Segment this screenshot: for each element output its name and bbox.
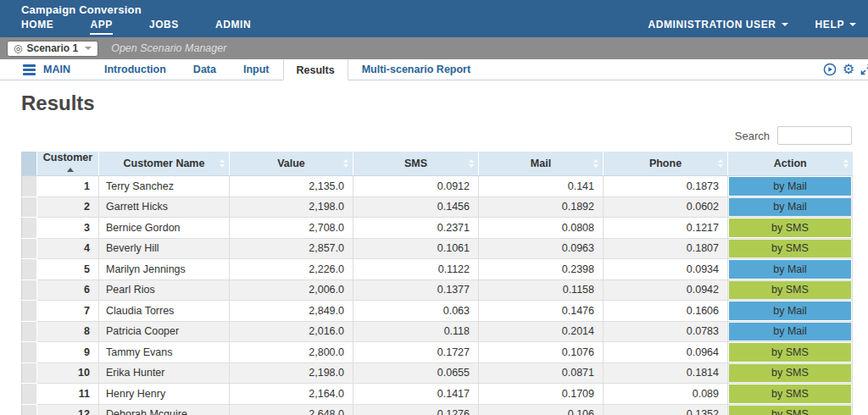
sort-icon [343,159,348,168]
cell-sms: 0.1377 [353,279,479,301]
search-input[interactable] [777,126,852,145]
cell-name: Beverly Hill [99,238,230,259]
cell-select [22,301,37,322]
cell-name: Bernice Gordon [99,218,230,239]
cell-sms: 0.063 [353,301,479,322]
top-navigation-bar: Campaign Conversion HOME APP JOBS ADMIN … [0,0,868,37]
action-badge: by SMS [729,281,851,300]
page-title: Results [21,91,868,115]
nav-jobs[interactable]: JOBS [149,19,179,35]
cell-sms: 0.1061 [353,238,479,259]
sort-icon [220,159,225,168]
cell-customer: 10 [37,362,99,384]
cell-name: Deborah Mcguire [99,404,230,415]
column-header-select [22,152,37,176]
cell-phone: 0.1217 [604,218,728,239]
table-row: 6Pearl Rios2,006.00.13770.11580.0942by S… [22,279,853,301]
column-label: Action [774,158,807,169]
cell-phone: 0.1814 [604,362,728,384]
cell-phone: 0.0934 [604,259,728,280]
action-badge: by Mail [729,198,851,217]
nav-app[interactable]: APP [90,19,112,35]
cell-value: 2,135.0 [230,176,353,197]
cell-mail: 0.0808 [479,218,604,239]
tab-bar: MAIN Introduction Data Input Results Mul… [0,59,868,80]
menu-icon[interactable] [23,59,36,80]
table-row: 7Claudia Torres2,849.00.0630.14760.1606b… [22,301,853,322]
tab-results[interactable]: Results [283,59,348,80]
cell-value: 2,648.0 [230,404,353,415]
table-row: 4Beverly Hill2,857.00.10610.09630.1807by… [22,238,853,259]
caret-down-icon [849,23,856,26]
cell-action: by Mail [728,259,853,280]
scenario-label: Scenario 1 [26,42,78,54]
gear-icon[interactable]: ⚙ [843,63,854,76]
tab-data[interactable]: Data [180,59,230,80]
action-badge: by Mail [729,177,851,196]
sort-asc-icon [67,168,74,172]
table-row: 9Tammy Evans2,800.00.17270.10760.0964by … [22,342,853,363]
nav-admin[interactable]: ADMIN [215,19,251,35]
cell-customer: 12 [37,404,99,415]
column-header-value[interactable]: Value [230,152,353,176]
cell-sms: 0.1456 [353,196,479,218]
cell-mail: 0.1158 [479,279,604,301]
topbar-right-menus: ADMINISTRATION USER HELP [648,19,856,30]
tab-introduction[interactable]: Introduction [91,59,180,80]
search-label: Search [735,130,770,142]
cell-value: 2,164.0 [230,384,353,405]
table-row: 8Patricia Cooper2,016.00.1180.20140.0783… [22,321,853,342]
cell-action: by Mail [728,196,853,218]
cell-mail: 0.2014 [479,321,604,342]
action-badge: by Mail [729,323,851,341]
column-header-mail[interactable]: Mail [479,152,604,176]
cell-customer: 8 [37,321,99,342]
table-row: 2Garrett Hicks2,198.00.14560.18920.0602b… [22,196,853,218]
cell-sms: 0.1122 [353,259,479,280]
column-header-name[interactable]: Customer Name [99,152,230,176]
help-menu[interactable]: HELP [815,19,856,30]
cell-action: by SMS [728,218,853,239]
column-header-phone[interactable]: Phone [604,152,728,176]
cell-phone: 0.1873 [604,176,728,197]
scenario-selector[interactable]: ◎ Scenario 1 [7,41,98,57]
cell-mail: 0.1709 [479,384,604,405]
expand-icon[interactable] [860,64,868,75]
cell-customer: 6 [37,279,99,301]
cell-select [22,279,37,301]
cell-customer: 11 [37,384,99,405]
open-scenario-manager-link[interactable]: Open Scenario Manager [111,42,226,54]
play-circle-icon[interactable] [823,63,837,76]
tab-multi-scenario-report[interactable]: Multi-scenario Report [348,59,485,80]
main-menu-button[interactable]: MAIN [43,59,70,80]
cell-phone: 0.0602 [604,196,728,218]
column-header-customer[interactable]: Customer [37,152,99,176]
cell-value: 2,857.0 [230,238,353,259]
action-badge: by Mail [729,260,851,279]
tab-bar-actions: ⚙ [823,59,868,80]
help-menu-label: HELP [815,19,844,30]
cell-customer: 3 [37,218,99,239]
user-menu[interactable]: ADMINISTRATION USER [648,19,787,30]
cell-customer: 1 [37,176,99,197]
cell-sms: 0.0655 [353,362,479,384]
table-row: 3Bernice Gordon2,708.00.23710.08080.1217… [22,218,853,239]
cell-customer: 5 [37,259,99,280]
action-badge: by SMS [729,219,851,237]
cell-sms: 0.2371 [353,218,479,239]
cell-customer: 9 [37,342,99,363]
cell-select [22,321,37,342]
column-header-sms[interactable]: SMS [353,152,479,176]
cell-phone: 0.1807 [604,238,728,259]
cell-select [22,362,37,384]
cell-select [22,404,37,415]
column-header-action[interactable]: Action [728,152,853,176]
tab-input[interactable]: Input [230,59,283,80]
nav-home[interactable]: HOME [21,19,53,35]
cell-action: by SMS [728,362,853,384]
column-label: Phone [649,158,682,169]
action-badge: by SMS [729,240,851,258]
cell-phone: 0.0942 [604,279,728,301]
table-row: 5Marilyn Jennings2,226.00.11220.23980.09… [22,259,853,280]
results-page: Results Search CustomerCustomer NameValu… [0,91,868,415]
